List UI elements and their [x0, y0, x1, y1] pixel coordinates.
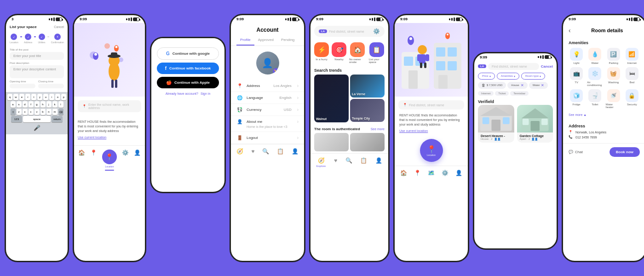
cancel-btn[interactable]: Cancel	[54, 25, 64, 29]
internet-tag[interactable]: Internet	[478, 91, 494, 96]
amenities-filter-chip[interactable]: Amenities ▾	[497, 73, 519, 80]
nav-util-6[interactable]: ⚙️	[442, 170, 448, 176]
kb-b[interactable]: b	[40, 109, 46, 115]
tab-approved[interactable]: Approved	[254, 35, 277, 46]
tab-pending[interactable]: Pending	[277, 35, 298, 46]
cat-hurry[interactable]: ⚡ In a hurry	[314, 42, 329, 63]
kb-t[interactable]: t	[31, 94, 36, 100]
location-circle-btn[interactable]: 📍 Location	[420, 139, 443, 162]
nav-home[interactable]: 🏠	[78, 150, 85, 171]
trend-laverne[interactable]: La Verne	[350, 75, 385, 98]
current-loc-btn-6[interactable]: Use current location	[399, 129, 463, 132]
listing-card-2[interactable]: Garden Cottage Apart : 2 👤👤	[517, 105, 553, 143]
signin-link[interactable]: Sign in	[201, 92, 210, 95]
kb-z[interactable]: z	[17, 109, 22, 115]
see-more-auth[interactable]: See more	[371, 127, 385, 131]
water-tag-remove[interactable]: ✕	[541, 83, 544, 87]
kb-f[interactable]: f	[29, 101, 34, 108]
listing-card-1[interactable]: Desert Heaven - House : 2 👤👤	[478, 105, 514, 143]
house-tag-remove[interactable]: ✕	[521, 83, 524, 87]
current-location-btn[interactable]: Use current location	[78, 136, 141, 139]
kb-q[interactable]: q	[7, 94, 12, 100]
kb-a[interactable]: a	[11, 101, 16, 108]
location-search-6[interactable]: 📍 Find district, street name	[398, 100, 464, 109]
kb-space[interactable]: space	[23, 116, 51, 122]
kb-n[interactable]: n	[46, 109, 52, 115]
kb-e[interactable]: e	[19, 94, 24, 100]
kb-backspace[interactable]: ⌫	[58, 109, 63, 115]
facebook-signin-btn[interactable]: f Continue with facebook	[157, 63, 219, 74]
search-top-bar[interactable]: LA Find district, street name ⚙️	[314, 26, 385, 37]
nav-home-6[interactable]: 🏠	[400, 170, 407, 176]
active-price-tag[interactable]: 🗑 $ 7,500 USD	[478, 82, 506, 89]
cancel-btn-10[interactable]: Cancel	[541, 64, 553, 69]
nav-5-4[interactable]: 👤	[292, 148, 299, 155]
kb-y[interactable]: y	[37, 94, 42, 100]
mic-icon[interactable]: 🎤	[34, 125, 40, 131]
nav-confirm[interactable]: 👤	[134, 150, 141, 171]
book-now-btn-7[interactable]: Book now	[610, 147, 640, 157]
nav-3-4[interactable]: 🔍	[262, 148, 269, 155]
cat-list-space[interactable]: 📋 List your space	[369, 42, 385, 63]
trend-walnut[interactable]: Walnut	[314, 75, 349, 122]
profile-currency[interactable]: 💱 Currency USD ›	[231, 104, 304, 116]
roomtype-filter-chip[interactable]: Room type ▾	[521, 73, 545, 80]
kb-p[interactable]: p	[61, 94, 66, 100]
avatar-edit-badge[interactable]: ✏️	[273, 68, 279, 75]
kb-shift[interactable]: ⇧	[11, 109, 16, 115]
closing-time-input[interactable]	[38, 84, 64, 88]
kb-j[interactable]: j	[46, 101, 52, 108]
profile-about[interactable]: 👤 About me › Home is the place to love <…	[231, 116, 304, 132]
post-desc-input[interactable]: Enter your descriptive content	[10, 65, 64, 78]
kb-return[interactable]: return	[52, 116, 63, 122]
search-input-10[interactable]: Find district, street name	[488, 63, 539, 70]
kb-h[interactable]: h	[40, 101, 46, 108]
kb-k[interactable]: k	[52, 101, 58, 108]
keyboard[interactable]: q w e r t y u i o p a s d f g h j k l	[6, 92, 68, 134]
active-water-tag[interactable]: Water ✕	[529, 82, 548, 89]
chat-btn-7[interactable]: 💬 Chat	[569, 150, 583, 154]
filter-icon[interactable]: ⚙️	[373, 28, 380, 34]
room-back-btn[interactable]: ‹	[569, 27, 571, 34]
cat-no-owner[interactable]: 🏠 No owner onsite	[349, 42, 366, 63]
kb-w[interactable]: w	[13, 94, 18, 100]
location-search-input[interactable]: 📍 Enter the school name, work address	[78, 100, 141, 112]
kb-x[interactable]: x	[23, 109, 28, 115]
nav-explore-5[interactable]: 🧭 Explore	[316, 157, 326, 167]
auth-item-2[interactable]	[350, 133, 385, 151]
price-filter-chip[interactable]: Price ▾	[478, 73, 495, 80]
auth-item-1[interactable]	[314, 133, 349, 151]
kb-v[interactable]: v	[34, 109, 40, 115]
nav-addr-6[interactable]: 📍	[414, 170, 421, 176]
cat-nearby[interactable]: 🎯 Nearby	[332, 42, 346, 63]
nav-prof-6[interactable]: 👤	[455, 170, 462, 176]
nav-location-active[interactable]: 📍 Location	[102, 150, 117, 171]
tennisbar-tag[interactable]: Tennisbar	[510, 91, 529, 96]
kb-m[interactable]: m	[52, 109, 58, 115]
kb-r[interactable]: r	[25, 94, 30, 100]
nav-loc-6[interactable]: 🗺️	[428, 170, 435, 176]
ticket-tag[interactable]: Ticket	[495, 91, 509, 96]
nav-address[interactable]: 📍	[90, 150, 97, 171]
nav-list-5[interactable]: 📋	[360, 157, 367, 167]
apple-signin-btn[interactable]: 🍎 Continue with Apple	[157, 77, 219, 88]
opening-time-input[interactable]	[10, 84, 35, 88]
nav-utilities[interactable]: ⚙️	[122, 150, 129, 171]
kb-i[interactable]: i	[49, 94, 54, 100]
kb-l[interactable]: l	[58, 101, 63, 108]
nav-profile-5[interactable]: 👤	[375, 157, 382, 167]
google-signin-btn[interactable]: G Continue with google	[157, 47, 219, 60]
profile-logout[interactable]: 🚪 Logout ›	[231, 132, 304, 144]
kb-d[interactable]: d	[23, 101, 28, 108]
profile-address[interactable]: 📍 Address Los Angles ›	[231, 80, 304, 92]
tab-profile[interactable]: Profile	[236, 35, 254, 46]
kb-c[interactable]: c	[29, 109, 34, 115]
kb-numbers[interactable]: 123	[11, 116, 22, 122]
nav-search-5[interactable]: 🔍	[345, 157, 352, 167]
post-title-input[interactable]: Enter your post title	[10, 52, 64, 60]
see-more-btn-7[interactable]: See more ▲	[569, 111, 640, 118]
trend-temple[interactable]: Temple City	[350, 99, 385, 122]
nav-explore-4[interactable]: 🧭	[236, 148, 243, 155]
active-house-tag[interactable]: House ✕	[507, 82, 527, 89]
kb-g[interactable]: g	[34, 101, 40, 108]
